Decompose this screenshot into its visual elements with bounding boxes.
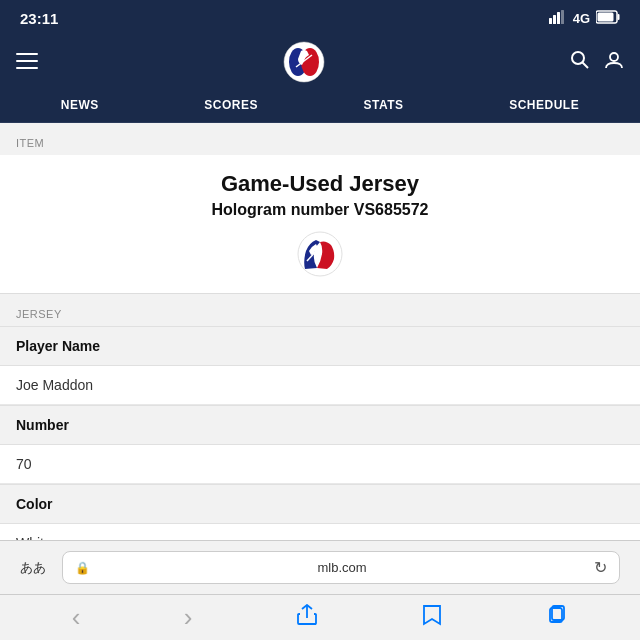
- number-value-row: 70: [0, 445, 640, 484]
- status-icons: 4G: [549, 10, 620, 27]
- browser-url-text: mlb.com: [96, 560, 588, 575]
- search-icon[interactable]: [570, 50, 590, 74]
- signal-icon: [549, 10, 567, 27]
- browser-bar: ああ 🔒 mlb.com ↻: [0, 540, 640, 594]
- browser-bookmarks-icon[interactable]: [421, 604, 443, 631]
- jersey-section-label: JERSEY: [0, 293, 640, 326]
- svg-rect-0: [549, 18, 552, 24]
- hologram-number: VS685572: [354, 201, 429, 218]
- number-header: Number: [0, 405, 640, 445]
- browser-back-icon[interactable]: ‹: [72, 602, 81, 633]
- svg-line-15: [583, 63, 589, 69]
- browser-url-bar[interactable]: 🔒 mlb.com ↻: [62, 551, 620, 584]
- nav-tabs: NEWS SCORES STATS SCHEDULE: [0, 88, 640, 123]
- number-label: Number: [16, 417, 69, 433]
- browser-share-icon[interactable]: [296, 604, 318, 631]
- player-name-header: Player Name: [0, 326, 640, 366]
- svg-rect-7: [16, 53, 38, 55]
- item-details: Game-Used Jersey Hologram number VS68557…: [0, 155, 640, 293]
- status-time: 23:11: [20, 10, 58, 27]
- color-label: Color: [16, 496, 53, 512]
- number-value: 70: [16, 456, 32, 472]
- svg-point-17: [298, 232, 342, 276]
- browser-tabs-icon[interactable]: [546, 604, 568, 631]
- player-name-value: Joe Maddon: [16, 377, 93, 393]
- hologram-prefix: Hologram number: [212, 201, 354, 218]
- svg-rect-1: [553, 15, 556, 24]
- hamburger-menu-icon[interactable]: [16, 51, 38, 74]
- browser-navigation: ‹ ›: [0, 594, 640, 640]
- tab-schedule[interactable]: SCHEDULE: [497, 88, 591, 122]
- item-hologram: Hologram number VS685572: [16, 201, 624, 219]
- svg-rect-3: [561, 10, 564, 24]
- svg-point-14: [572, 52, 584, 64]
- tab-news[interactable]: NEWS: [49, 88, 111, 122]
- mlb-logo-main: [16, 231, 624, 277]
- item-label: ITEM: [16, 137, 44, 149]
- battery-icon: [596, 10, 620, 27]
- color-header: Color: [0, 484, 640, 524]
- item-title: Game-Used Jersey: [16, 171, 624, 197]
- svg-point-16: [610, 53, 618, 61]
- browser-reload-icon[interactable]: ↻: [594, 558, 607, 577]
- svg-rect-9: [16, 67, 38, 69]
- item-section-label: ITEM: [0, 123, 640, 155]
- lock-icon: 🔒: [75, 561, 90, 575]
- tab-stats[interactable]: STATS: [352, 88, 416, 122]
- network-label: 4G: [573, 11, 590, 26]
- player-name-value-row: Joe Maddon: [0, 366, 640, 405]
- svg-rect-6: [598, 12, 614, 21]
- svg-rect-2: [557, 12, 560, 24]
- nav-bar: [0, 36, 640, 88]
- svg-rect-8: [16, 60, 38, 62]
- svg-rect-5: [618, 14, 620, 20]
- nav-right-icons: [570, 50, 624, 74]
- profile-icon[interactable]: [604, 50, 624, 74]
- player-name-label: Player Name: [16, 338, 100, 354]
- browser-forward-icon[interactable]: ›: [184, 602, 193, 633]
- status-bar: 23:11 4G: [0, 0, 640, 36]
- mlb-logo[interactable]: [276, 41, 332, 83]
- tab-scores[interactable]: SCORES: [192, 88, 270, 122]
- jersey-label: JERSEY: [16, 308, 62, 320]
- browser-lang-label[interactable]: ああ: [20, 559, 50, 577]
